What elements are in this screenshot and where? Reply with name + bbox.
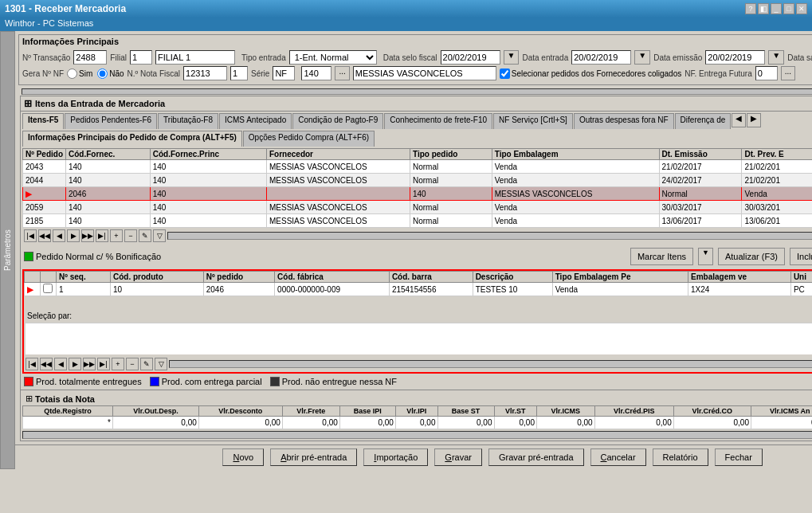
nav2-prev-fast[interactable]: ◀◀ — [40, 358, 53, 370]
table-row[interactable]: 2044 140 140 MESSIAS VASCONCELOS Normal … — [23, 174, 813, 187]
legend-black-box — [270, 377, 280, 386]
tab-pedidos-pendentes[interactable]: Pedidos Pendentes-F6 — [65, 113, 157, 129]
nav-next-fast[interactable]: ▶▶ — [81, 229, 94, 242]
nf-entrega-futura-label: NF. Entrega Futura — [685, 69, 751, 78]
col-dt-prev: Dt. Prev. E — [742, 149, 812, 160]
col-uni: Uni — [790, 272, 812, 283]
grid-icon: ⊞ — [24, 98, 32, 109]
help-icon[interactable]: ? — [745, 3, 756, 14]
marcar-dropdown[interactable]: ▼ — [698, 248, 713, 265]
tab-opcoes-pedido[interactable]: Opções Pedido Compra (ALT+F6) — [243, 131, 375, 147]
radio-nao[interactable] — [97, 69, 108, 79]
down-arrow-2[interactable]: ▼ — [634, 50, 650, 65]
fechar-button[interactable]: Fechar — [715, 448, 763, 466]
gravar-pre-entrada-button[interactable]: Gravar pré-entrada — [488, 448, 584, 466]
legend-blue-label: Prod. com entrega parcial — [162, 377, 262, 386]
importacao-button[interactable]: Importação — [363, 448, 428, 466]
minimize-icon[interactable]: _ — [771, 3, 782, 14]
abrir-pre-entrada-button[interactable]: Abrir pré-entrada — [270, 448, 357, 466]
especie-input[interactable] — [273, 66, 295, 80]
tab-info-principais-pedido[interactable]: Informações Principais do Pedido de Comp… — [22, 131, 242, 147]
tab-icms-antecipado[interactable]: ICMS Antecipado — [219, 113, 292, 129]
tot-col-base-ipi: Base IPI — [339, 406, 395, 417]
dots-btn2[interactable]: ... — [781, 66, 795, 80]
radio-sim[interactable] — [67, 69, 77, 79]
col-nr-seq: Nº seq. — [57, 272, 111, 283]
nav2-del[interactable]: − — [126, 358, 139, 370]
tab-condicao-pagto[interactable]: Condição de Pagto-F9 — [292, 113, 383, 129]
nav-next[interactable]: ▶ — [67, 229, 80, 242]
serie-input[interactable] — [230, 66, 248, 80]
incluir-todos-button[interactable]: Incluir todos (Ctrl+S) — [790, 248, 812, 265]
nav-add[interactable]: + — [110, 229, 123, 242]
tab-nf-servico[interactable]: NF Serviço [Crtl+S] — [493, 113, 573, 129]
nav2-prev[interactable]: ◀ — [54, 358, 67, 370]
gravar-button[interactable]: Gravar — [434, 448, 482, 466]
top-scrollbar[interactable] — [22, 88, 812, 95]
nav2-next-fast[interactable]: ▶▶ — [83, 358, 96, 370]
filter2-icon[interactable]: ▽ — [155, 358, 167, 370]
filial-num-input[interactable] — [130, 50, 152, 65]
panel-title: Informações Principais — [19, 35, 812, 48]
tab-diferenca[interactable]: Diferença de — [675, 113, 732, 129]
data-selo-fiscal-input[interactable] — [441, 50, 500, 65]
row-checkbox[interactable] — [43, 284, 53, 293]
cancelar-button[interactable]: Cancelar — [590, 448, 646, 466]
totals-grid-icon: ⊞ — [25, 394, 33, 404]
close-icon[interactable]: ✕ — [796, 3, 807, 14]
maximize-icon[interactable]: □ — [783, 3, 794, 14]
nav2-last[interactable]: ▶| — [97, 358, 110, 370]
col-cod-fornec: Cód.Fornec. — [66, 149, 151, 160]
h-scrollbar-2[interactable] — [169, 360, 812, 368]
items-detail-row[interactable]: ▶ 1 10 2046 0000-000000-009 2154154556 T… — [25, 283, 813, 296]
tab-scroll-left[interactable]: ◀ — [732, 113, 746, 127]
nf-entrega-futura-input[interactable] — [755, 66, 778, 80]
down-arrow-1[interactable]: ▼ — [504, 50, 520, 65]
atualizar-button[interactable]: Atualizar (F3) — [718, 248, 785, 265]
tab-tributacao[interactable]: Tributação-F8 — [158, 113, 218, 129]
col-cod-produto: Cód. produto — [111, 272, 204, 283]
table-row-selected[interactable]: ▶ 2046 140 140 MESSIAS VASCONCELOS Norma… — [23, 187, 813, 201]
tab-scroll-right[interactable]: ▶ — [747, 113, 761, 127]
nav2-first[interactable]: |◀ — [25, 358, 38, 370]
nav-del[interactable]: − — [124, 229, 137, 242]
table-row[interactable]: 2043 140 140 MESSIAS VASCONCELOS Normal … — [23, 160, 813, 174]
legend-red-box — [24, 377, 33, 386]
nav-prev-fast[interactable]: ◀◀ — [38, 229, 51, 242]
restore-icon[interactable]: ◧ — [758, 3, 769, 14]
nav-first[interactable]: |◀ — [24, 229, 37, 242]
tipo-entrada-select[interactable]: 1-Ent. Normal — [289, 50, 377, 65]
fornecedor-name-input[interactable] — [353, 66, 496, 80]
h-scrollbar-totals[interactable] — [22, 431, 812, 439]
col-tipo-emb-pe: Tipo Embalagem Pe — [552, 272, 688, 283]
nnota-fiscal-input[interactable] — [183, 66, 227, 80]
col-embalagem-ve: Embalagem ve — [688, 272, 791, 283]
relatorio-button[interactable]: Relatório — [653, 448, 708, 466]
tab-itens-f5[interactable]: Itens-F5 — [22, 113, 64, 129]
data-emissao-input[interactable] — [705, 50, 765, 65]
parametros-tab[interactable]: Parâmetros — [0, 31, 15, 469]
nav-last[interactable]: ▶| — [96, 229, 108, 242]
filial-name-input[interactable] — [155, 50, 235, 65]
marcar-itens-button[interactable]: Marcar Itens — [630, 248, 693, 265]
nr-transacao-input[interactable] — [73, 50, 107, 65]
nav-edit[interactable]: ✎ — [139, 229, 151, 242]
dots-btn[interactable]: ... — [335, 66, 349, 80]
filter-icon[interactable]: ▽ — [153, 229, 166, 242]
tab-conhecimento-frete[interactable]: Conhecimento de frete-F10 — [384, 113, 492, 129]
h-scrollbar-1[interactable] — [167, 232, 812, 240]
data-entrada-input[interactable] — [571, 50, 631, 65]
nav2-edit[interactable]: ✎ — [140, 358, 153, 370]
tab-outras-despesas[interactable]: Outras despesas fora NF — [574, 113, 674, 129]
nav-prev[interactable]: ◀ — [53, 229, 65, 242]
nav2-next[interactable]: ▶ — [69, 358, 81, 370]
legend-red-label: Prod. totalmente entregues — [36, 377, 142, 386]
table-row[interactable]: 2185 140 140 MESSIAS VASCONCELOS Normal … — [23, 214, 813, 228]
tot-col-vlr-desc: Vlr.Desconto — [198, 406, 282, 417]
selecionar-pedidos-check[interactable] — [500, 69, 510, 79]
novo-button[interactable]: Novo — [222, 448, 264, 466]
nav2-add[interactable]: + — [112, 358, 124, 370]
fornecedor-num-input[interactable] — [301, 66, 331, 80]
table-row[interactable]: 2059 140 140 MESSIAS VASCONCELOS Normal … — [23, 201, 813, 214]
down-arrow-3[interactable]: ▼ — [768, 50, 784, 65]
